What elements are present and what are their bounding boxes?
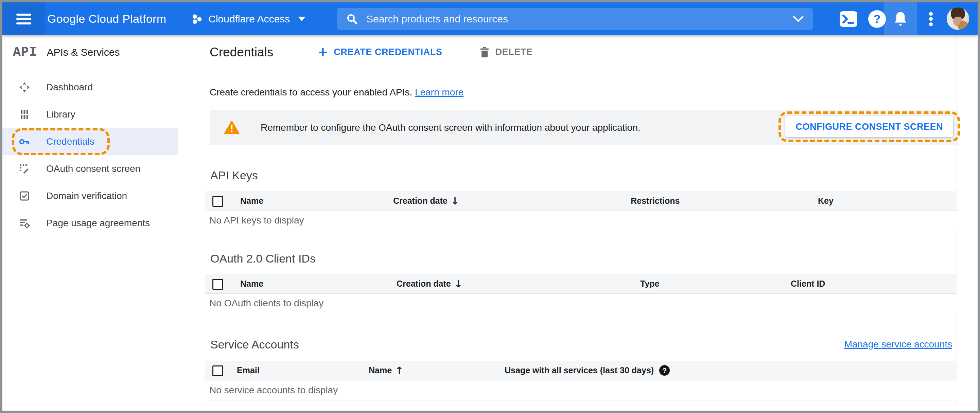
sort-desc-icon: ↓ [454, 278, 463, 290]
configure-consent-screen-button[interactable]: CONFIGURE CONSENT SCREEN [785, 116, 953, 137]
sidebar-item-label: Page usage agreements [46, 218, 150, 229]
sidebar-item-credentials[interactable]: Credentials [2, 128, 178, 155]
column-header-creation-date[interactable]: Creation date ↓ [396, 274, 463, 294]
service-accounts-empty-row: No service accounts to display [205, 380, 957, 400]
column-header-restrictions: Restrictions [631, 191, 679, 211]
search-input[interactable] [366, 13, 792, 25]
sidebar-header: API APIs & Services [2, 35, 178, 69]
service-accounts-section-title: Service Accounts [210, 338, 299, 351]
warning-icon [224, 121, 240, 135]
kebab-icon [929, 10, 933, 27]
sidebar-item-dashboard[interactable]: Dashboard [2, 74, 178, 101]
sidebar-nav: Dashboard Library [2, 74, 178, 237]
sort-desc-icon: ↓ [451, 195, 459, 207]
plus-icon [317, 47, 328, 58]
empty-message: No API keys to display [209, 215, 304, 226]
sidebar-item-domain-verification[interactable]: Domain verification [2, 183, 178, 210]
consent-warning-banner: Remember to configure the OAuth consent … [210, 110, 958, 145]
column-header-email[interactable]: Email [237, 361, 259, 380]
column-header-type: Type [640, 274, 660, 294]
project-selector[interactable]: Cloudflare Access [191, 2, 305, 35]
oauth-clients-table: Name Creation date ↓ Type Client ID No O… [205, 274, 957, 313]
empty-message: No service accounts to display [209, 385, 338, 396]
notifications-button[interactable] [884, 2, 917, 35]
cloud-shell-button[interactable] [835, 2, 861, 35]
caret-down-icon [298, 17, 305, 21]
dashboard-icon [19, 81, 30, 93]
sidebar: API APIs & Services Dashboard [2, 35, 178, 411]
select-all-checkbox[interactable] [212, 279, 223, 290]
api-keys-table: Name Creation date ↓ Restrictions Key No… [205, 191, 957, 230]
more-options-button[interactable] [920, 2, 942, 35]
menu-button[interactable] [2, 2, 45, 35]
key-icon [19, 136, 30, 148]
column-header-name[interactable]: Name [240, 191, 263, 211]
help-icon: ? [868, 10, 886, 28]
sidebar-item-library[interactable]: Library [2, 101, 178, 128]
column-header-name[interactable]: Name [240, 274, 263, 294]
sidebar-title: APIs & Services [46, 46, 119, 58]
search-icon [346, 13, 358, 25]
banner-action-dashed-outline: CONFIGURE CONSENT SCREEN [778, 111, 960, 142]
sidebar-item-label: Domain verification [46, 191, 127, 202]
sidebar-item-label: Dashboard [46, 82, 93, 93]
search-expand-chevron-icon[interactable] [792, 15, 804, 23]
sidebar-item-label: Library [46, 109, 75, 120]
oauth-clients-section-title: OAuth 2.0 Client IDs [210, 252, 316, 265]
page-description: Create credentials to access your enable… [210, 87, 463, 98]
oauth-clients-empty-row: No OAuth clients to display [205, 294, 957, 313]
column-header-usage: Usage with all services (last 30 days) ? [504, 361, 670, 380]
bell-icon [893, 11, 908, 27]
api-keys-table-header: Name Creation date ↓ Restrictions Key [205, 191, 957, 211]
terminal-icon [839, 11, 858, 27]
column-header-name[interactable]: Name ↑ [369, 361, 403, 380]
create-credentials-button[interactable]: CREATE CREDENTIALS [317, 47, 442, 58]
api-logo: API [13, 45, 37, 59]
manage-service-accounts-link[interactable]: Manage service accounts [844, 339, 952, 350]
agreements-icon [19, 218, 30, 229]
service-accounts-table: Email Name ↑ Usage with all services (la… [205, 361, 957, 400]
consent-screen-icon [19, 163, 30, 175]
gcp-console-window: Google Cloud Platform Cloudflare Access [0, 0, 980, 413]
library-icon [19, 109, 30, 120]
main-content: Credentials CREATE CREDENTIALS [178, 35, 978, 411]
trash-icon [479, 46, 490, 58]
service-accounts-table-header: Email Name ↑ Usage with all services (la… [205, 361, 957, 380]
banner-message: Remember to configure the OAuth consent … [261, 122, 641, 133]
usage-help-icon[interactable]: ? [659, 365, 670, 376]
column-header-client-id: Client ID [791, 274, 825, 294]
hamburger-icon [16, 11, 31, 27]
api-keys-empty-row: No API keys to display [205, 211, 957, 230]
learn-more-link[interactable]: Learn more [415, 87, 463, 97]
page-title: Credentials [210, 45, 273, 59]
empty-message: No OAuth clients to display [209, 298, 323, 309]
api-keys-section-title: API Keys [210, 169, 258, 182]
column-header-creation-date[interactable]: Creation date ↓ [393, 191, 459, 211]
select-all-checkbox[interactable] [212, 365, 223, 376]
search-bar[interactable] [337, 8, 813, 30]
sidebar-item-oauth-consent-screen[interactable]: OAuth consent screen [2, 155, 178, 183]
page-header: Credentials CREATE CREDENTIALS [178, 35, 978, 69]
delete-button[interactable]: DELETE [479, 46, 533, 58]
project-name: Cloudflare Access [208, 13, 290, 25]
top-app-bar: Google Cloud Platform Cloudflare Access [2, 2, 978, 35]
sidebar-item-label: OAuth consent screen [46, 164, 140, 174]
domain-verification-icon [19, 190, 30, 202]
project-icon [191, 13, 203, 25]
product-logo: Google Cloud Platform [47, 2, 166, 35]
account-avatar[interactable] [947, 8, 969, 30]
sidebar-item-label: Credentials [46, 136, 94, 147]
sort-asc-icon: ↑ [395, 365, 403, 376]
oauth-clients-table-header: Name Creation date ↓ Type Client ID [205, 274, 957, 294]
sidebar-item-page-usage-agreements[interactable]: Page usage agreements [2, 210, 178, 237]
select-all-checkbox[interactable] [212, 196, 223, 207]
column-header-key: Key [818, 191, 834, 211]
